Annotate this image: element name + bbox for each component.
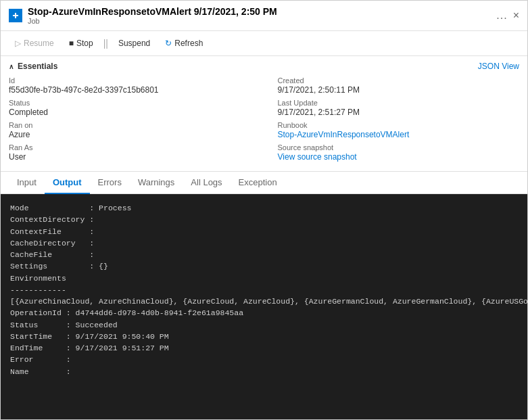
created-value: 9/17/2021, 2:50:11 PM (278, 85, 520, 95)
output-line: ------------ (10, 284, 518, 296)
ran-as-field: Ran As User (9, 143, 251, 162)
output-panel: Mode : ProcessContextDirectory :ContextF… (1, 194, 527, 420)
close-button[interactable]: × (513, 9, 519, 22)
stop-icon: ■ (69, 39, 74, 48)
runbook-label: Runbook (278, 121, 520, 129)
refresh-button[interactable]: ↻ Refresh (159, 35, 209, 51)
resume-icon: ▷ (15, 39, 21, 48)
created-label: Created (278, 76, 520, 85)
status-value: Completed (9, 108, 251, 117)
runbook-field: Runbook Stop-AzureVmInResponsetoVMAlert (278, 121, 520, 139)
title-bar: Stop-AzureVmInResponsetoVMAlert 9/17/202… (1, 1, 527, 31)
fields-right: Created 9/17/2021, 2:50:11 PM Last Updat… (278, 76, 520, 166)
app-icon (9, 9, 22, 22)
stop-label: Stop (76, 39, 93, 48)
runbook-value[interactable]: Stop-AzureVmInResponsetoVMAlert (278, 130, 520, 139)
json-view-link[interactable]: JSON View (478, 62, 519, 71)
stop-button[interactable]: ■ Stop (63, 35, 99, 51)
output-line: ContextFile : (10, 226, 518, 237)
status-field: Status Completed (9, 99, 251, 117)
essentials-title: ∧ Essentials (9, 62, 57, 71)
ran-on-field: Ran on Azure (9, 121, 251, 139)
id-field: Id f55d30fe-b73b-497c-8e2d-3397c15b6801 (9, 76, 251, 95)
title-text-group: Stop-AzureVmInResponsetoVMAlert 9/17/202… (28, 6, 496, 25)
toolbar-separator-1: || (103, 38, 108, 49)
source-snapshot-field: Source snapshot View source snapshot (278, 143, 520, 162)
tab-warnings[interactable]: Warnings (130, 172, 183, 194)
chevron-icon: ∧ (9, 63, 14, 70)
id-value: f55d30fe-b73b-497c-8e2d-3397c15b6801 (9, 85, 251, 95)
output-line: Settings : {} (10, 260, 518, 272)
status-label: Status (9, 99, 251, 107)
essentials-header: ∧ Essentials JSON View (9, 62, 519, 71)
output-line: Mode : Process (10, 202, 518, 214)
more-options-button[interactable]: ... (496, 9, 507, 22)
last-update-field: Last Update 9/17/2021, 2:51:27 PM (278, 99, 520, 117)
window-title: Stop-AzureVmInResponsetoVMAlert 9/17/202… (28, 6, 496, 17)
tab-output[interactable]: Output (45, 172, 90, 194)
window-subtitle: Job (28, 17, 496, 25)
ran-as-label: Ran As (9, 143, 251, 151)
refresh-label: Refresh (174, 39, 203, 48)
output-line: Error : (10, 354, 518, 365)
tab-all-logs[interactable]: All Logs (183, 172, 230, 194)
output-line: Status : Succeeded (10, 319, 518, 331)
output-line: EndTime : 9/17/2021 9:51:27 PM (10, 342, 518, 354)
essentials-section: ∧ Essentials JSON View Id f55d30fe-b73b-… (1, 56, 527, 172)
essentials-grid: Id f55d30fe-b73b-497c-8e2d-3397c15b6801 … (9, 76, 519, 166)
output-line: [{AzureChinaCloud, AzureChinaCloud}, {Az… (10, 296, 518, 307)
suspend-button[interactable]: Suspend (112, 35, 156, 51)
output-line: CacheFile : (10, 249, 518, 260)
last-update-value: 9/17/2021, 2:51:27 PM (278, 108, 520, 117)
fields-left: Id f55d30fe-b73b-497c-8e2d-3397c15b6801 … (9, 76, 251, 166)
source-snapshot-label: Source snapshot (278, 143, 520, 151)
output-line: Environments (10, 273, 518, 284)
source-snapshot-value[interactable]: View source snapshot (278, 152, 520, 162)
output-line: Name : (10, 366, 518, 377)
tabs-bar: Input Output Errors Warnings All Logs Ex… (1, 172, 527, 194)
output-line: CacheDirectory : (10, 237, 518, 249)
created-field: Created 9/17/2021, 2:50:11 PM (278, 76, 520, 95)
toolbar: ▷ Resume ■ Stop || Suspend ↻ Refresh (1, 31, 527, 56)
ran-on-value: Azure (9, 130, 251, 139)
tab-input[interactable]: Input (9, 172, 45, 194)
id-label: Id (9, 76, 251, 85)
tab-errors[interactable]: Errors (90, 172, 130, 194)
output-line: OperationId : d4744dd6-d978-4d0b-8941-f2… (10, 307, 518, 319)
suspend-label: Suspend (118, 39, 150, 48)
refresh-icon: ↻ (165, 39, 172, 48)
output-line: ContextDirectory : (10, 214, 518, 225)
resume-button[interactable]: ▷ Resume (9, 35, 60, 51)
output-line: StartTime : 9/17/2021 9:50:40 PM (10, 331, 518, 342)
tab-exception[interactable]: Exception (231, 172, 285, 194)
essentials-label: Essentials (18, 62, 57, 71)
resume-label: Resume (24, 39, 54, 48)
ran-as-value: User (9, 152, 251, 162)
last-update-label: Last Update (278, 99, 520, 107)
ran-on-label: Ran on (9, 121, 251, 129)
